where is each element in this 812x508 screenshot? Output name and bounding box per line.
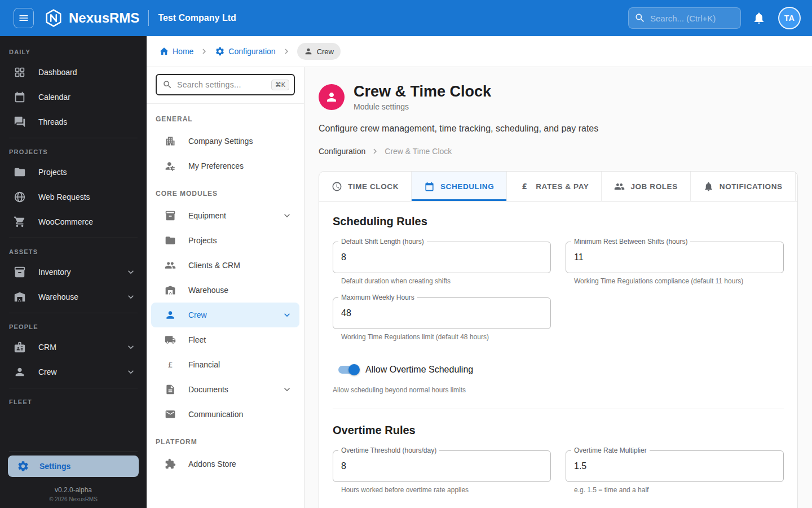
chevron-down-icon xyxy=(125,291,136,303)
section-label-general: GENERAL xyxy=(156,115,295,123)
field-label: Minimum Rest Between Shifts (hours) xyxy=(571,238,690,246)
badge-icon xyxy=(14,341,26,353)
switch-thumb xyxy=(348,364,360,375)
tab-time-clock[interactable]: TIME CLOCK xyxy=(319,172,412,201)
settings-search[interactable]: ⌘K xyxy=(156,74,295,95)
sidebar-item-label: Projects xyxy=(38,168,136,177)
menu-button[interactable] xyxy=(14,8,34,28)
sidebar-item-crm[interactable]: CRM xyxy=(0,335,147,360)
sidebar-divider xyxy=(9,313,138,313)
sidebar-item-woocommerce[interactable]: WooCommerce xyxy=(0,209,147,234)
default-shift-length-input[interactable] xyxy=(333,242,551,273)
warehouse-icon xyxy=(14,291,26,303)
maximum-weekly-hours-input[interactable] xyxy=(333,297,551,329)
tab-notifications[interactable]: NOTIFICATIONS xyxy=(691,172,796,201)
copyright: © 2026 NexusRMS xyxy=(0,496,147,502)
chevron-right-icon xyxy=(370,146,380,156)
module-crumb-current: Crew & Time Clock xyxy=(385,147,452,156)
header-divider xyxy=(148,10,149,26)
module-crumb-configuration[interactable]: Configuration xyxy=(319,147,365,156)
settings-item-fleet[interactable]: Fleet xyxy=(151,327,299,352)
field-row: Maximum Weekly Hours Working Time Regula… xyxy=(333,297,784,341)
person-icon xyxy=(304,47,313,56)
tab-label: NOTIFICATIONS xyxy=(720,182,783,191)
settings-item-my-preferences[interactable]: My Preferences xyxy=(151,154,299,178)
person-icon xyxy=(14,366,26,378)
section-label-daily: DAILY xyxy=(9,49,138,55)
sidebar-item-calendar[interactable]: Calendar xyxy=(0,85,147,110)
sidebar-item-web-requests[interactable]: Web Requests xyxy=(0,185,147,209)
sidebar-divider xyxy=(9,238,138,238)
globe-icon xyxy=(14,191,26,203)
sidebar-divider xyxy=(9,452,138,452)
global-search[interactable] xyxy=(628,7,741,29)
groups-icon xyxy=(614,181,625,192)
sidebar-divider xyxy=(9,138,138,138)
module-description: Configure crew management, time tracking… xyxy=(319,124,798,134)
brand-logo-icon xyxy=(44,8,63,28)
field-helper: Working Time Regulations compliance (def… xyxy=(574,277,784,285)
settings-item-crew[interactable]: Crew xyxy=(151,303,299,327)
breadcrumb-crew-chip[interactable]: Crew xyxy=(297,43,341,60)
field-default-shift-length: Default Shift Length (hours) Default dur… xyxy=(333,242,551,285)
tab-label: TIME CLOCK xyxy=(348,182,399,191)
bell-icon xyxy=(703,181,714,192)
gear-icon xyxy=(215,46,225,56)
minimum-rest-input[interactable] xyxy=(566,242,784,273)
breadcrumb-home[interactable]: Home xyxy=(159,46,193,56)
sidebar-item-crew[interactable]: Crew xyxy=(0,360,147,384)
settings-sidebar: ⌘K GENERAL Company Settings My Preferenc… xyxy=(147,67,304,508)
breadcrumb-configuration[interactable]: Configuration xyxy=(215,46,275,56)
settings-item-projects[interactable]: Projects xyxy=(151,228,299,253)
settings-item-addons-store[interactable]: Addons Store xyxy=(151,452,299,476)
module-title-block: Crew & Time Clock Module settings xyxy=(354,83,491,111)
section-label-people: PEOPLE xyxy=(9,323,138,330)
settings-item-financial[interactable]: Financial xyxy=(151,352,299,377)
folder-icon xyxy=(165,235,176,246)
primary-sidebar-footer: Settings v0.2.0-alpha © 2026 NexusRMS xyxy=(0,446,147,508)
sidebar-item-inventory[interactable]: Inventory xyxy=(0,260,147,284)
settings-item-label: Communication xyxy=(188,410,293,419)
global-search-input[interactable] xyxy=(650,14,735,23)
field-helper: Default duration when creating shifts xyxy=(341,277,551,285)
section-label-core-modules: CORE MODULES xyxy=(156,190,295,198)
settings-item-documents[interactable]: Documents xyxy=(151,377,299,402)
sidebar-item-label: Warehouse xyxy=(38,292,113,301)
field-label: Maximum Weekly Hours xyxy=(338,294,417,301)
settings-search-input[interactable] xyxy=(177,80,267,89)
chevron-down-icon xyxy=(125,366,136,378)
tab-scheduling[interactable]: SCHEDULING xyxy=(412,172,507,201)
field-label: Overtime Threshold (hours/day) xyxy=(338,446,439,454)
truck-icon xyxy=(165,334,176,345)
primary-sidebar-nav: DAILY Dashboard Calendar Threads PROJECT… xyxy=(0,36,147,446)
building-icon xyxy=(165,135,176,147)
person-gear-icon xyxy=(165,160,176,172)
calendar-icon xyxy=(14,91,26,103)
settings-item-communication[interactable]: Communication xyxy=(151,402,299,427)
breadcrumb-configuration-label: Configuration xyxy=(228,47,275,56)
module-breadcrumb: Configuration Crew & Time Clock xyxy=(319,146,798,156)
overtime-rate-multiplier-input[interactable] xyxy=(566,450,784,482)
user-avatar[interactable]: TA xyxy=(778,7,801,29)
chevron-down-icon xyxy=(281,309,293,321)
tab-rates-pay[interactable]: RATES & PAY xyxy=(507,172,602,201)
home-icon xyxy=(159,46,169,56)
breadcrumb-home-label: Home xyxy=(173,47,193,56)
sidebar-item-settings[interactable]: Settings xyxy=(8,456,139,477)
sidebar-item-threads[interactable]: Threads xyxy=(0,110,147,134)
settings-item-equipment[interactable]: Equipment xyxy=(151,203,299,228)
tab-job-roles[interactable]: JOB ROLES xyxy=(602,172,690,201)
field-overtime-threshold: Overtime Threshold (hours/day) Hours wor… xyxy=(333,450,551,494)
settings-item-label: Addons Store xyxy=(188,459,293,468)
overtime-threshold-input[interactable] xyxy=(333,450,551,482)
notifications-button[interactable] xyxy=(748,7,770,29)
settings-item-warehouse[interactable]: Warehouse xyxy=(151,278,299,303)
settings-item-clients-crm[interactable]: Clients & CRM xyxy=(151,253,299,278)
sidebar-item-projects[interactable]: Projects xyxy=(0,160,147,185)
field-label: Overtime Rate Multiplier xyxy=(571,446,650,454)
settings-item-company-settings[interactable]: Company Settings xyxy=(151,129,299,154)
pound-icon xyxy=(519,181,530,192)
sidebar-item-warehouse[interactable]: Warehouse xyxy=(0,284,147,309)
allow-overtime-switch[interactable] xyxy=(333,360,363,379)
sidebar-item-dashboard[interactable]: Dashboard xyxy=(0,60,147,85)
